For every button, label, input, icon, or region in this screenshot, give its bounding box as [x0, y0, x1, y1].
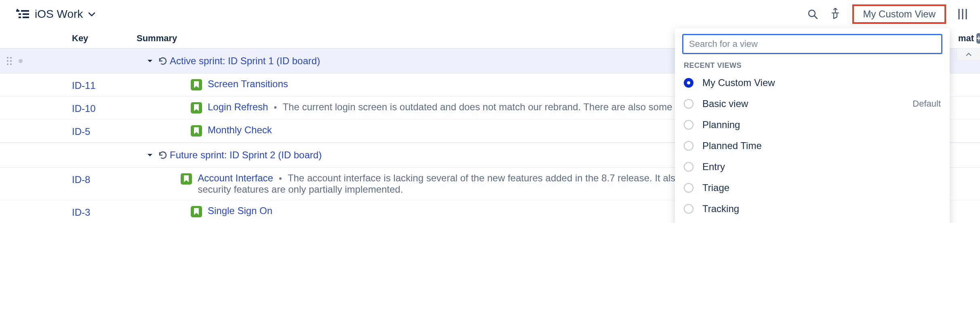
- separator: •: [271, 102, 280, 112]
- story-type-icon: [191, 125, 202, 137]
- board-title: iOS Work: [35, 8, 83, 21]
- svg-point-14: [7, 60, 8, 62]
- issue-key[interactable]: ID-8: [72, 172, 137, 185]
- issue-key[interactable]: ID-11: [72, 78, 137, 91]
- dropdown-item-label: Entry: [702, 161, 941, 172]
- svg-point-18: [19, 59, 23, 63]
- story-type-icon: [191, 206, 202, 217]
- radio-icon: [684, 141, 693, 151]
- radio-icon: [684, 162, 693, 172]
- chevron-down-icon[interactable]: [144, 59, 156, 63]
- custom-view-label: My Custom View: [863, 8, 936, 19]
- svg-point-15: [10, 60, 12, 62]
- svg-point-6: [17, 9, 18, 11]
- svg-line-8: [814, 16, 817, 19]
- issue-key[interactable]: ID-10: [72, 101, 137, 114]
- issue-key[interactable]: ID-3: [72, 205, 137, 218]
- radio-icon: [684, 183, 693, 193]
- radio-icon: [684, 120, 693, 130]
- story-type-icon: [191, 79, 202, 90]
- chevron-down-icon[interactable]: [144, 153, 156, 157]
- column-key[interactable]: Key: [72, 33, 137, 44]
- radio-icon: [684, 78, 693, 88]
- svg-point-16: [7, 63, 8, 65]
- right-edge: mat +: [957, 28, 980, 223]
- svg-point-17: [10, 63, 12, 65]
- svg-rect-1: [21, 10, 29, 12]
- dropdown-item[interactable]: My Custom View: [675, 72, 950, 93]
- svg-rect-5: [23, 17, 29, 18]
- issue-title[interactable]: Account Interface: [198, 172, 273, 183]
- search-icon[interactable]: [807, 8, 818, 20]
- view-dropdown: RECENT VIEWS My Custom View Basic view D…: [675, 28, 950, 223]
- sprint-refresh-icon[interactable]: [156, 56, 170, 66]
- svg-rect-3: [23, 13, 29, 15]
- row-marker-icon: [15, 59, 27, 63]
- scroll-up-button[interactable]: [957, 48, 980, 61]
- radio-icon: [684, 204, 693, 214]
- custom-view-button[interactable]: My Custom View: [852, 4, 946, 24]
- toolbar: iOS Work My Custom View: [0, 0, 980, 28]
- dropdown-item-label: Planning: [702, 119, 941, 130]
- dropdown-item-label: Planned Time: [702, 140, 941, 151]
- dropdown-item-label: Triage: [702, 182, 941, 193]
- dropdown-item[interactable]: Entry: [675, 156, 950, 177]
- filter-icon[interactable]: [830, 8, 841, 20]
- board-switcher[interactable]: iOS Work: [16, 8, 95, 21]
- issue-key[interactable]: ID-5: [72, 124, 137, 137]
- dropdown-item[interactable]: Triage: [675, 177, 950, 198]
- sprint-refresh-icon[interactable]: [156, 150, 170, 160]
- dropdown-item[interactable]: Planned Time: [675, 135, 950, 156]
- dropdown-item-label: Tracking: [702, 203, 941, 214]
- dropdown-item[interactable]: Planning: [675, 114, 950, 135]
- dropdown-item[interactable]: Tracking: [675, 198, 950, 219]
- svg-rect-4: [19, 17, 21, 18]
- default-badge: Default: [913, 99, 941, 109]
- issue-title[interactable]: Screen Transitions: [208, 78, 288, 89]
- sprint-group-title[interactable]: Active sprint: ID Sprint 1 (ID board): [170, 55, 320, 67]
- radio-icon: [684, 99, 693, 109]
- view-search-wrap: [682, 34, 942, 54]
- dropdown-item[interactable]: Basic view Default: [675, 93, 950, 114]
- add-column-button[interactable]: +: [976, 33, 980, 44]
- sprint-group-title[interactable]: Future sprint: ID Sprint 2 (ID board): [170, 149, 322, 161]
- issue-title[interactable]: Single Sign On: [208, 205, 272, 216]
- svg-point-12: [7, 57, 8, 59]
- separator: •: [276, 173, 285, 183]
- drag-handle-icon[interactable]: [4, 57, 15, 65]
- dropdown-item-label: My Custom View: [702, 77, 941, 88]
- structure-icon: [16, 9, 29, 19]
- story-type-icon: [181, 173, 192, 185]
- view-search-input[interactable]: [682, 34, 942, 54]
- dropdown-item-label: Basic view: [702, 98, 913, 109]
- columns-icon[interactable]: [957, 8, 968, 20]
- svg-rect-2: [19, 13, 21, 15]
- chevron-down-icon: [89, 9, 95, 19]
- estimate-col-text: mat: [958, 33, 974, 44]
- svg-point-13: [10, 57, 12, 59]
- dropdown-section-title: RECENT VIEWS: [675, 60, 950, 72]
- issue-title[interactable]: Login Refresh: [208, 101, 268, 112]
- column-estimate: mat +: [957, 28, 980, 48]
- story-type-icon: [191, 102, 202, 114]
- issue-title[interactable]: Monthly Check: [208, 124, 272, 135]
